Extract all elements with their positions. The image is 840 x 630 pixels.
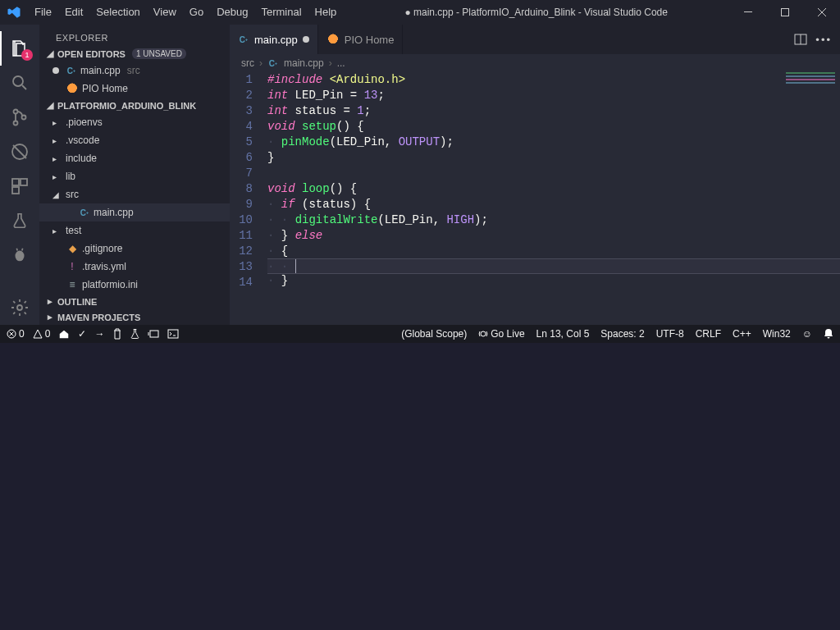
chevron-down-icon: ◢ bbox=[44, 48, 56, 59]
crumb[interactable]: src bbox=[241, 57, 254, 69]
minimize-button[interactable] bbox=[729, 0, 766, 25]
code-editor[interactable]: 1234567891011121314 #include <Arduino.h>… bbox=[230, 72, 840, 325]
menu-help[interactable]: Help bbox=[308, 0, 344, 25]
status-lang[interactable]: C++ bbox=[733, 328, 751, 340]
extensions-icon[interactable] bbox=[0, 169, 39, 203]
status-pio-build-icon[interactable]: ✓ bbox=[78, 328, 86, 340]
maven-label: MAVEN PROJECTS bbox=[57, 313, 140, 322]
status-platform[interactable]: Win32 bbox=[763, 328, 791, 340]
outline-label: OUTLINE bbox=[57, 297, 97, 307]
svg-point-3 bbox=[14, 110, 18, 114]
tree-item-label: platformio.ini bbox=[82, 279, 138, 290]
open-editor-label: PIO Home bbox=[82, 83, 128, 94]
tab-main-cpp[interactable]: C+ main.cpp bbox=[230, 25, 318, 54]
status-pio-clean-icon[interactable] bbox=[112, 328, 122, 340]
ini-file-icon: ≡ bbox=[66, 279, 79, 290]
svg-point-11 bbox=[17, 305, 22, 310]
status-scope[interactable]: (Global Scope) bbox=[401, 328, 467, 340]
svg-point-10 bbox=[16, 251, 25, 262]
menu-view[interactable]: View bbox=[147, 0, 183, 25]
menu-file[interactable]: File bbox=[28, 0, 58, 25]
status-pio-serial-icon[interactable] bbox=[148, 329, 159, 339]
tree-item-label: .pioenvs bbox=[66, 116, 103, 128]
outline-header[interactable]: ▸ OUTLINE bbox=[39, 294, 230, 309]
status-golive[interactable]: Go Live bbox=[478, 328, 524, 340]
folder-item[interactable]: ▸include bbox=[39, 149, 230, 167]
more-icon[interactable]: ••• bbox=[815, 34, 832, 46]
status-pio-home-icon[interactable] bbox=[58, 328, 70, 340]
menu-terminal[interactable]: Terminal bbox=[254, 0, 308, 25]
tab-pio-home[interactable]: PIO Home bbox=[318, 25, 404, 54]
folder-item[interactable]: ▸test bbox=[39, 221, 230, 240]
svg-rect-0 bbox=[744, 11, 752, 12]
title-bar: File Edit Selection View Go Debug Termin… bbox=[0, 0, 840, 25]
status-encoding[interactable]: UTF-8 bbox=[656, 328, 684, 340]
chevron-right-icon: ▸ bbox=[44, 296, 56, 307]
svg-rect-7 bbox=[12, 179, 19, 185]
svg-point-5 bbox=[22, 116, 26, 120]
tree-item-label: .travis.yml bbox=[82, 261, 126, 272]
minimap[interactable] bbox=[786, 72, 835, 121]
status-pio-upload-icon[interactable]: → bbox=[94, 328, 104, 340]
settings-gear-icon[interactable] bbox=[0, 290, 39, 325]
menu-edit[interactable]: Edit bbox=[58, 0, 89, 25]
open-editor-item[interactable]: C+ main.cpp src bbox=[39, 62, 230, 80]
tree-item-label: .gitignore bbox=[82, 243, 122, 254]
open-editors-header[interactable]: ◢ OPEN EDITORS 1 UNSAVED bbox=[39, 46, 230, 62]
editor-tabs: C+ main.cpp PIO Home ••• bbox=[230, 25, 840, 54]
editor-area: C+ main.cpp PIO Home ••• src › C+ main.c… bbox=[230, 25, 840, 325]
chevron-down-icon: ◢ bbox=[44, 100, 56, 111]
cpp-file-icon: C+ bbox=[66, 65, 77, 76]
open-editor-dir: src bbox=[127, 65, 140, 76]
debug-icon[interactable] bbox=[0, 135, 39, 169]
status-bar: 0 0 ✓ → (Global Scope) Go Live Ln 13, Co… bbox=[0, 325, 840, 343]
menu-debug[interactable]: Debug bbox=[210, 0, 254, 25]
file-item[interactable]: C+main.cpp bbox=[39, 203, 230, 221]
open-editors-list: C+ main.cpp src PIO Home bbox=[39, 62, 230, 98]
test-icon[interactable] bbox=[0, 203, 39, 238]
status-feedback-icon[interactable]: ☺ bbox=[802, 328, 812, 340]
open-editor-item[interactable]: PIO Home bbox=[39, 80, 230, 98]
split-editor-icon[interactable] bbox=[794, 33, 807, 46]
svg-rect-8 bbox=[21, 179, 27, 185]
svg-point-16 bbox=[481, 331, 486, 336]
status-errors[interactable]: 0 bbox=[7, 328, 25, 340]
tree-item-label: main.cpp bbox=[94, 207, 134, 218]
status-eol[interactable]: CRLF bbox=[696, 328, 721, 340]
svg-rect-1 bbox=[781, 9, 788, 16]
menu-selection[interactable]: Selection bbox=[89, 0, 146, 25]
breadcrumbs[interactable]: src › C+ main.cpp › ... bbox=[230, 54, 840, 72]
project-label: PLATFORMIO_ARDUINO_BLINK bbox=[57, 101, 196, 111]
chevron-right-icon: › bbox=[329, 57, 332, 69]
status-cursor-pos[interactable]: Ln 13, Col 5 bbox=[536, 328, 590, 340]
folder-item[interactable]: ▸.vscode bbox=[39, 131, 230, 149]
folder-item[interactable]: ▸lib bbox=[39, 167, 230, 185]
scm-icon[interactable] bbox=[0, 100, 39, 135]
crumb[interactable]: ... bbox=[337, 57, 345, 69]
git-file-icon: ◆ bbox=[66, 243, 79, 254]
file-item[interactable]: ◆.gitignore bbox=[39, 240, 230, 258]
svg-rect-9 bbox=[12, 187, 19, 194]
status-pio-test-icon[interactable] bbox=[130, 328, 139, 340]
explorer-icon[interactable]: 1 bbox=[0, 31, 39, 66]
crumb[interactable]: main.cpp bbox=[284, 57, 324, 69]
maven-header[interactable]: ▸ MAVEN PROJECTS bbox=[39, 309, 230, 325]
code-content[interactable]: #include <Arduino.h>int LED_Pin = 13;int… bbox=[267, 72, 840, 325]
status-warnings[interactable]: 0 bbox=[33, 328, 51, 340]
folder-item[interactable]: ◢src bbox=[39, 185, 230, 203]
folder-item[interactable]: ▸.pioenvs bbox=[39, 113, 230, 131]
menu-go[interactable]: Go bbox=[183, 0, 210, 25]
project-header[interactable]: ◢ PLATFORMIO_ARDUINO_BLINK bbox=[39, 98, 230, 113]
line-number-gutter: 1234567891011121314 bbox=[230, 72, 267, 325]
yml-file-icon: ! bbox=[66, 261, 79, 272]
search-icon[interactable] bbox=[0, 66, 39, 100]
status-indent[interactable]: Spaces: 2 bbox=[600, 328, 644, 340]
maximize-button[interactable] bbox=[766, 0, 803, 25]
file-item[interactable]: ≡platformio.ini bbox=[39, 276, 230, 294]
close-button[interactable] bbox=[803, 0, 840, 25]
status-bell-icon[interactable] bbox=[824, 328, 833, 340]
file-item[interactable]: !.travis.yml bbox=[39, 258, 230, 276]
modified-dot-icon bbox=[52, 67, 59, 74]
pio-icon[interactable] bbox=[0, 238, 39, 272]
status-pio-terminal-icon[interactable] bbox=[167, 329, 179, 339]
